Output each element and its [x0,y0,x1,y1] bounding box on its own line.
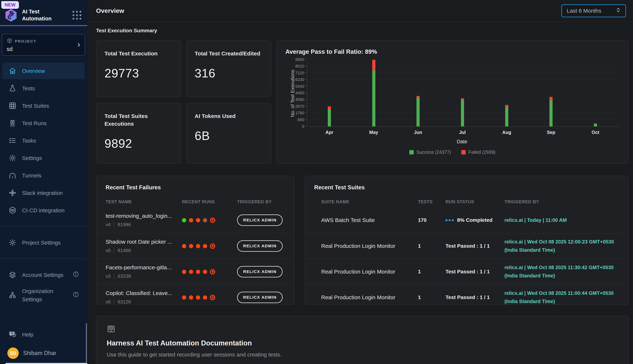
triggered-by-button[interactable]: RELICX ADMIN [237,214,283,226]
bar-may [372,60,375,126]
suite-name: AWS Batch Test Suite [321,217,418,223]
sidebar-item-overview[interactable]: Overview [2,62,85,79]
bar-segment-failed [372,60,375,70]
sidebar-item-project-settings[interactable]: Project Settings [2,234,85,251]
x-tick-label: Jul [459,130,466,135]
run-status-dot-red[interactable] [203,296,207,300]
gridline [307,73,617,73]
run-status-dot-red[interactable] [182,244,186,248]
table-row[interactable]: Real Production Login Monitor1Test Passe… [305,233,628,259]
sidebar-item-organization-settings[interactable]: Organization Settings [2,284,85,306]
triggered-by-link[interactable]: relicx.ai | Today | 11:00 AM [504,216,621,224]
chart-y-axis-label: No. of Test Executions [290,70,295,117]
run-status-dot-red[interactable] [189,296,193,300]
run-status-cell: 8% Completed [446,217,504,223]
sidebar-item-slack-integration[interactable]: Slack integration [2,184,85,201]
run-status-dot-red[interactable] [189,244,193,248]
sidebar-item-label: Overview [22,67,45,75]
run-status-dot-red[interactable] [189,270,193,274]
run-status-dot-red[interactable] [196,296,200,300]
run-status-dot-red[interactable] [182,296,186,300]
run-status-dot-red[interactable] [196,218,200,222]
stat-value: 29773 [105,66,173,80]
run-status-dot-ring[interactable] [210,269,215,274]
run-status-dot-red[interactable] [203,270,207,274]
bar-jul [461,98,464,126]
stat-card-total-test-execution: Total Test Execution 29773 [96,40,181,97]
sidebar-item-test-runs[interactable]: Test Runs [2,115,85,131]
sidebar-footer: ?Help SD Shibam Dhar [0,322,87,363]
table-row[interactable]: Real Production Login Monitor1Test Passe… [305,284,628,305]
sidebar-item-ci-cd-integration[interactable]: CI-CD integration [2,202,85,218]
triggered-by-button[interactable]: RELICX ADMIN [237,292,283,303]
y-tick-mark [305,73,307,73]
run-status-dot-red[interactable] [182,270,186,274]
x-tick-mark [396,126,396,128]
run-status-dot-red[interactable] [189,218,193,222]
triggered-by-button[interactable]: RELICX ADMIN [237,266,283,278]
table-row[interactable]: AWS Batch Test Suite1708% Completedrelic… [305,207,628,233]
sidebar-horizontal-scrollbar[interactable] [6,363,87,364]
docs-title: Harness AI Test Automation Documentation [107,339,618,347]
cube-icon [7,38,13,44]
sidebar-item-tunnels[interactable]: Tunnels [2,167,85,184]
bar-sep [549,97,553,126]
chart-x-axis-label: Date [457,139,467,144]
column-header: RECENT RUNS [182,199,237,204]
test-run-id: 63238 [118,273,131,279]
info-icon[interactable] [73,291,79,299]
sidebar-item-settings[interactable]: Settings [2,150,85,166]
y-tick-label: 5340 [295,84,304,89]
sidebar-item-tasks[interactable]: Tasks [2,132,85,149]
chart-legend: Success (24377)Failed (2939) [277,150,628,155]
run-status-dot-brown[interactable] [203,218,207,222]
date-range-value: Last 6 Months [567,8,601,14]
run-status-dot-green[interactable] [182,218,186,222]
avatar: SD [7,348,19,359]
grid-icon [9,102,17,110]
date-range-select[interactable]: Last 6 Months [561,4,626,17]
gear-icon [9,154,17,162]
run-status-dot-red[interactable] [203,244,207,248]
triggered-by-link[interactable]: relicx.ai | Wed Oct 08 2025 11:30:42 GMT… [504,264,621,280]
docs-subtitle: Use this guide to get started recording … [107,352,618,358]
apps-grid-icon[interactable] [73,11,81,20]
triggered-by-link[interactable]: relicx.ai | Wed Oct 08 2025 11:00:44 GMT… [504,289,621,305]
run-status-dot-ring[interactable] [210,218,215,223]
gridline [307,93,617,93]
table-row[interactable]: Copilot: Classified: Leave...v663129RELI… [96,284,294,305]
legend-label: Failed (2939) [468,150,495,155]
table-row[interactable]: Shadow root Date picker ...v081466RELICX… [96,233,294,259]
triggered-by-button[interactable]: RELICX ADMIN [237,240,283,252]
run-status-dot-ring[interactable] [210,244,215,249]
sidebar-vertical-scrollbar[interactable] [86,323,87,362]
run-status-dot-red[interactable] [196,270,200,274]
recent-test-failures-card: Recent Test Failures TEST NAME RECENT RU… [96,176,294,305]
triggered-by-link[interactable]: relicx.ai | Wed Oct 08 2025 12:00:23 GMT… [504,238,621,254]
project-selector[interactable]: PROJECT sd › [2,34,85,56]
run-status-cell: Test Passed : 1 / 1 [446,269,504,275]
table-row[interactable]: test-removing_auto_login...v481996RELICX… [96,207,294,233]
sidebar-item-label: Slack integration [22,189,63,197]
x-tick-mark [440,126,440,128]
run-status-dot-ring[interactable] [210,295,215,300]
test-version: v3 [106,273,111,279]
tunnel-icon [9,171,17,180]
test-runs-icon [9,119,17,127]
table-row[interactable]: Facets-performance-gitla...v363238RELICX… [96,259,294,284]
sidebar-item-help[interactable]: ?Help [2,326,85,343]
sidebar-item-label: Tests [22,84,35,92]
run-status-text: Test Passed : 1 / 1 [446,269,490,275]
column-header: TRIGGERED BY [237,199,287,204]
triggered-by-cell: RELICX ADMIN [237,240,287,252]
test-version: v6 [106,299,111,305]
sidebar-item-account-settings[interactable]: Account Settings [2,266,85,283]
user-profile[interactable]: SD Shibam Dhar [0,348,87,359]
recent-runs-cell [182,269,237,274]
info-icon[interactable] [73,271,79,279]
sidebar-item-tests[interactable]: Tests [2,80,85,96]
sidebar-item-label: CI-CD integration [22,206,65,214]
sidebar-item-test-suites[interactable]: Test Suites [2,98,85,114]
run-status-dot-red[interactable] [196,244,200,248]
table-row[interactable]: Real Production Login Monitor1Test Passe… [305,259,628,284]
